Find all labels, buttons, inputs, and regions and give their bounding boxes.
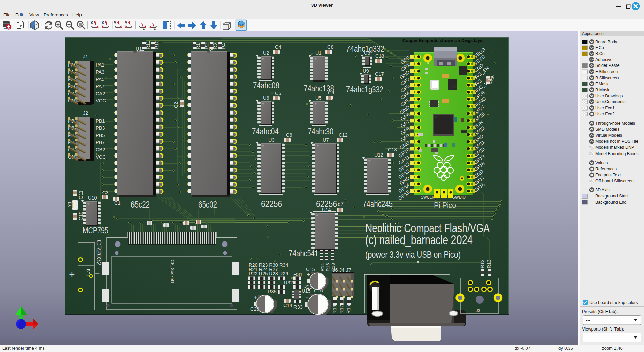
- svg-text:U12: U12: [374, 152, 383, 158]
- svg-text:CA2: CA2: [96, 91, 105, 96]
- svg-text:74ahc30: 74ahc30: [308, 127, 333, 136]
- svg-text:X: X: [101, 20, 104, 25]
- svg-text:J6 J4 J7: J6 J4 J7: [333, 267, 351, 273]
- svg-text:C2: C2: [173, 102, 179, 108]
- svg-text:C15: C15: [306, 267, 315, 272]
- svg-text:74ahc08: 74ahc08: [253, 81, 279, 90]
- svg-text:U3: U3: [268, 137, 275, 143]
- svg-text:C6: C6: [286, 132, 292, 138]
- svg-text:PB1: PB1: [96, 118, 105, 124]
- svg-text:PB3: PB3: [96, 125, 105, 131]
- svg-text:C11: C11: [78, 190, 84, 199]
- svg-text:Virtual Models: Virtual Models: [595, 133, 622, 138]
- svg-text:Board Body: Board Body: [595, 40, 618, 44]
- svg-text:U9: U9: [363, 68, 369, 74]
- svg-text:(power 3.3v via USB on Pico): (power 3.3v via USB on Pico): [365, 250, 461, 260]
- svg-text:References: References: [595, 167, 617, 171]
- svg-text:F.Cu: F.Cu: [595, 45, 604, 50]
- svg-text:C5: C5: [275, 91, 281, 96]
- svg-text:U2: U2: [263, 50, 269, 56]
- svg-text:R3: R3: [212, 43, 218, 49]
- svg-text:C14: C14: [283, 303, 292, 308]
- svg-text:Values: Values: [595, 161, 608, 165]
- svg-text:U1: U1: [315, 50, 322, 56]
- svg-text:SMD Models: SMD Models: [595, 127, 620, 132]
- svg-text:U6: U6: [263, 95, 269, 101]
- svg-text:U10: U10: [88, 195, 97, 201]
- svg-text:Footprint Text: Footprint Text: [595, 173, 621, 177]
- svg-text:B.Cu: B.Cu: [595, 51, 605, 56]
- svg-text:C17: C17: [375, 71, 384, 77]
- svg-text:+: +: [307, 271, 310, 278]
- svg-text:Solder Paste: Solder Paste: [595, 63, 620, 68]
- svg-text:C16: C16: [314, 288, 323, 293]
- svg-text:R33: R33: [293, 304, 303, 310]
- svg-text:Presets (Ctrl+Tab):: Presets (Ctrl+Tab):: [582, 309, 618, 314]
- svg-text:R16: R16: [325, 263, 330, 271]
- svg-text:R32: R32: [284, 280, 293, 285]
- svg-text:U14: U14: [322, 207, 331, 212]
- svg-text:R17: R17: [339, 305, 344, 314]
- svg-text:C12: C12: [339, 132, 348, 138]
- svg-text:Models marked DNP: Models marked DNP: [595, 145, 634, 150]
- svg-text:R2: R2: [204, 43, 209, 49]
- svg-text:74ahc1g332: 74ahc1g332: [346, 44, 384, 53]
- svg-text:SWCLK: SWCLK: [421, 195, 434, 199]
- svg-text:C13: C13: [375, 53, 384, 59]
- svg-text:X: X: [90, 20, 93, 25]
- svg-text:Appearance: Appearance: [582, 31, 604, 36]
- svg-text:74ahc245: 74ahc245: [363, 199, 393, 209]
- svg-text:R11: R11: [145, 41, 151, 49]
- svg-text:U15: U15: [302, 288, 311, 294]
- svg-text:C10: C10: [78, 211, 84, 220]
- svg-text:65c02: 65c02: [198, 199, 217, 210]
- svg-text:65c22: 65c22: [131, 199, 150, 210]
- svg-text:User.Eco2: User.Eco2: [595, 112, 615, 116]
- svg-text:VCC: VCC: [96, 98, 106, 103]
- svg-text:R14: R14: [320, 263, 325, 271]
- svg-text:PA3: PA3: [96, 69, 104, 75]
- svg-text:---: ---: [586, 318, 590, 323]
- svg-text:Y1: Y1: [67, 201, 72, 207]
- svg-text:PA1: PA1: [96, 62, 104, 68]
- svg-text:c7: c7: [338, 201, 344, 207]
- svg-text:62256: 62256: [261, 199, 282, 209]
- svg-text:Viewports (Shift+Tab):: Viewports (Shift+Tab):: [582, 326, 624, 332]
- svg-text:74ahc1g332: 74ahc1g332: [346, 85, 383, 94]
- svg-text:Use board stackup colors: Use board stackup colors: [589, 300, 638, 305]
- svg-text:–: –: [95, 269, 100, 277]
- svg-text:CR2032: CR2032: [95, 240, 103, 266]
- svg-text:Background End: Background End: [595, 200, 626, 205]
- svg-text:R4: R4: [221, 43, 226, 49]
- svg-text:PB5: PB5: [96, 133, 105, 138]
- svg-text:C18: C18: [388, 147, 397, 152]
- svg-text:C20: C20: [250, 306, 259, 312]
- svg-text:MCP795: MCP795: [83, 225, 108, 235]
- svg-text:J2: J2: [83, 110, 88, 116]
- svg-text:Copper Keepouts shown on Dwgs: Copper Keepouts shown on Dwgs layer: [402, 38, 484, 43]
- svg-text:PA7: PA7: [96, 84, 104, 89]
- svg-text:C4: C4: [275, 44, 281, 50]
- svg-text:SWDIO: SWDIO: [452, 195, 466, 199]
- svg-text:R19: R19: [332, 305, 337, 314]
- svg-text:---: ---: [586, 335, 590, 340]
- svg-text:+: +: [305, 294, 309, 300]
- svg-text:B.Mask: B.Mask: [595, 88, 609, 92]
- svg-text:Models not in POS File: Models not in POS File: [595, 139, 638, 144]
- svg-text:R15: R15: [346, 305, 351, 314]
- svg-text:Y: Y: [114, 20, 117, 25]
- svg-text:74ahc541: 74ahc541: [289, 248, 318, 258]
- svg-text:Through-hole Models: Through-hole Models: [595, 121, 635, 126]
- svg-text:C19: C19: [487, 75, 493, 84]
- svg-text:Off-board Silkscreen: Off-board Silkscreen: [595, 179, 634, 183]
- svg-text:C3: C3: [102, 190, 109, 195]
- svg-text:Y: Y: [125, 20, 128, 25]
- svg-text:3D Axis: 3D Axis: [595, 188, 609, 192]
- svg-text:R31: R31: [293, 272, 303, 277]
- svg-text:C9: C9: [328, 90, 334, 95]
- svg-text:U7: U7: [323, 137, 329, 143]
- svg-text:+: +: [254, 294, 257, 300]
- svg-text:J3: J3: [476, 308, 480, 313]
- svg-text:Model Bounding Boxes: Model Bounding Boxes: [595, 151, 639, 156]
- svg-text:PA5: PA5: [96, 77, 104, 82]
